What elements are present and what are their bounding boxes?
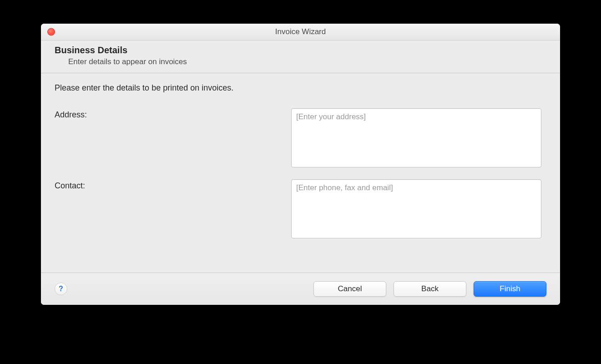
address-row: Address: <box>55 108 546 167</box>
wizard-footer: ? Cancel Back Finish <box>41 273 560 305</box>
contact-label: Contact: <box>55 179 291 191</box>
cancel-button[interactable]: Cancel <box>313 281 386 297</box>
address-input[interactable] <box>291 108 541 167</box>
invoice-wizard-window: Invoice Wizard Business Details Enter de… <box>41 24 560 305</box>
help-icon[interactable]: ? <box>55 283 67 295</box>
address-label: Address: <box>55 108 291 120</box>
prompt-text: Please enter the details to be printed o… <box>55 83 546 93</box>
wizard-body: Please enter the details to be printed o… <box>41 73 560 273</box>
contact-row: Contact: <box>55 179 546 238</box>
titlebar: Invoice Wizard <box>41 24 560 40</box>
close-icon[interactable] <box>47 28 55 36</box>
window-title: Invoice Wizard <box>41 27 560 36</box>
page-heading: Business Details <box>55 45 546 56</box>
contact-input[interactable] <box>291 179 541 238</box>
wizard-header: Business Details Enter details to appear… <box>41 40 560 73</box>
page-subheading: Enter details to appear on invoices <box>68 57 546 66</box>
back-button[interactable]: Back <box>394 281 466 297</box>
finish-button[interactable]: Finish <box>474 281 546 297</box>
help-symbol: ? <box>59 285 63 293</box>
